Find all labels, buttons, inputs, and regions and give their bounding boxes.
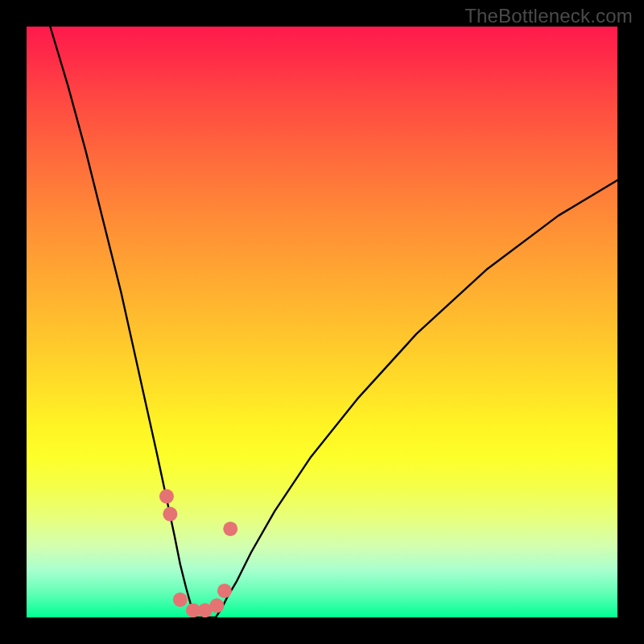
data-marker: [217, 584, 232, 598]
chart-svg: [27, 27, 617, 617]
plot-area: [27, 27, 617, 617]
bottleneck-curve: [50, 27, 617, 617]
data-marker: [223, 522, 237, 536]
data-marker: [209, 598, 224, 613]
watermark-text: TheBottleneck.com: [464, 5, 633, 27]
data-marker: [159, 489, 174, 504]
data-marker: [163, 507, 177, 522]
data-marker: [173, 592, 188, 607]
